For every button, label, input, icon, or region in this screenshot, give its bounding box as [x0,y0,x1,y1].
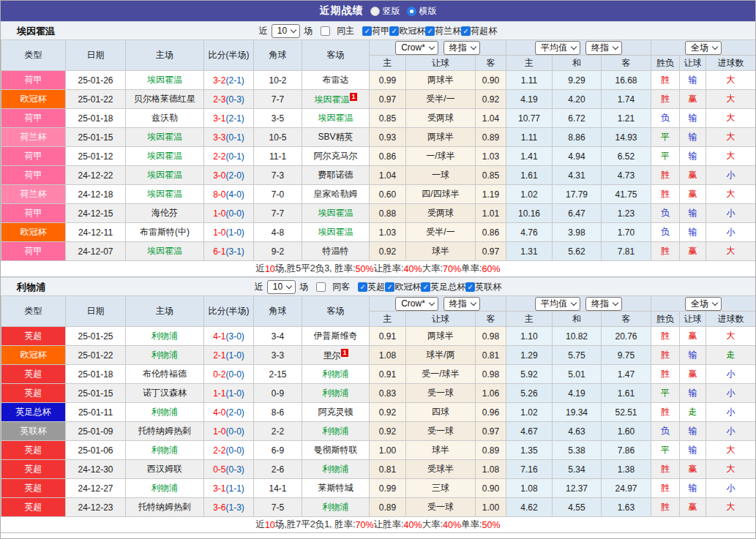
league-filter-checkbox[interactable]: ✓ [389,26,399,36]
result-wl: 负 [651,204,680,223]
same-venue-checkbox[interactable] [321,26,330,36]
halftime-score: (0-0) [226,369,244,380]
away-team[interactable]: 埃因霍温 [318,113,353,123]
odds-away: 0.81 [476,346,506,365]
away-team[interactable]: 特温特 [323,246,349,256]
horizontal-radio[interactable] [407,7,416,16]
away-team[interactable]: 阿克灵顿 [318,407,353,417]
away-team[interactable]: 曼彻斯特联 [314,445,358,455]
home-team[interactable]: 海伦芬 [151,208,178,218]
league-filter-checkbox[interactable]: ✓ [461,26,471,36]
avg-source-value: 平均值 [541,298,567,310]
away-team[interactable]: 利物浦 [323,388,349,398]
odds-home: 0.92 [370,403,406,422]
home-team[interactable]: 西汉姆联 [147,464,182,474]
home-team[interactable]: 埃因霍温 [147,189,182,199]
avg-type-select[interactable]: 终指 [585,297,622,311]
match-score: 3-1(1-1) [204,479,254,498]
games-label: 场 [299,281,308,293]
home-team[interactable]: 埃因霍温 [147,246,182,256]
match-count-select[interactable]: 10 [267,280,296,294]
league-filter-label: 英足总杯 [430,281,465,293]
away-team[interactable]: 里尔 [323,350,340,361]
avg-source-select[interactable]: 平均值 [535,297,580,311]
home-team[interactable]: 托特纳姆热刺 [138,502,191,512]
league-filter-checkbox[interactable]: ✓ [385,282,394,292]
result-wl: 胜 [651,403,680,422]
away-team[interactable]: 利物浦 [323,369,349,379]
away-team[interactable]: 利物浦 [323,426,349,436]
summary: 近10场,胜5平2负3, 胜率:50% 让胜率:40% 大率:70% 单率:60… [1,261,755,277]
match-row: 英超25-01-18布伦特福德0-2(0-0)2-15利物浦0.91受一/球半0… [1,365,756,384]
col-odds-away: 客 [476,312,506,327]
chevron-down-icon [712,43,718,49]
home-team[interactable]: 诺丁汉森林 [143,388,187,398]
away-team-cell: 利物浦 [302,384,370,403]
avg-type-select[interactable]: 终指 [585,41,622,55]
away-team[interactable]: 埃因霍温 [318,227,353,237]
scope-select[interactable]: 全场 [685,297,722,311]
away-team[interactable]: 莱斯特城 [318,483,353,493]
match-row: 荷兰杯24-12-18埃因霍温8-0(4-0)7-0皇家哈勒姆0.60四/四球半… [1,185,756,204]
odds-company-select[interactable]: Crow* [395,41,438,55]
halftime-score: (1-3) [226,502,244,513]
home-team[interactable]: 埃因霍温 [147,170,182,180]
away-team[interactable]: 利物浦 [323,464,349,474]
odds-type-select[interactable]: 终指 [444,297,480,311]
odds-type-select[interactable]: 终指 [444,41,480,55]
league-filter-checkbox[interactable]: ✓ [465,282,475,292]
away-team[interactable]: 费耶诺德 [318,170,353,180]
results-table: 类型 日期 主场 比分(半场) 角球 客场 Crow* 终指 [1,295,756,517]
home-team[interactable]: 利物浦 [151,483,178,493]
home-team[interactable]: 利物浦 [151,445,178,455]
same-venue-checkbox[interactable] [316,282,326,292]
col-result-wl: 胜负 [651,56,680,71]
home-team[interactable]: 埃因霍温 [147,132,182,142]
match-count-select[interactable]: 10 [272,24,300,38]
result-wl: 胜 [651,71,680,90]
home-team[interactable]: 利物浦 [151,407,178,417]
odds-company-select[interactable]: Crow* [395,297,438,311]
odds-away: 1.03 [476,147,506,166]
away-team[interactable]: 阿尔克马尔 [314,151,358,161]
away-team[interactable]: SBV精英 [318,132,353,142]
match-date: 25-01-15 [66,384,126,403]
away-team[interactable]: 伊普斯维奇 [314,331,358,341]
home-team[interactable]: 兹沃勒 [151,113,178,123]
home-team[interactable]: 托特纳姆热刺 [138,426,191,436]
odds-company-value: Crow* [401,298,425,309]
avg-home: 1.10 [506,327,553,346]
halftime-score: (2-0) [226,170,244,181]
result-wl: 胜 [651,327,680,346]
result-goals: 大 [706,128,756,147]
league-filter-checkbox[interactable]: ✓ [362,26,372,36]
home-team[interactable]: 埃因霍温 [147,75,182,85]
away-team[interactable]: 皇家哈勒姆 [314,189,358,199]
league-filter-checkbox[interactable]: ✓ [358,282,367,292]
away-team[interactable]: 埃因霍温 [314,94,349,105]
avg-draw: 4.55 [553,498,602,517]
home-team[interactable]: 布伦特福德 [143,369,187,379]
league-filter-checkbox[interactable]: ✓ [421,282,430,292]
away-team-cell: 利物浦 [302,460,370,479]
away-team[interactable]: 布雷达 [323,75,349,85]
home-team[interactable]: 贝尔格莱德红星 [134,94,195,104]
layout-radio-horizontal-group: 横版 [407,5,437,18]
home-team[interactable]: 布雷斯特(中) [140,227,190,237]
col-avg-home: 主 [506,312,553,327]
home-team[interactable]: 利物浦 [151,331,178,341]
home-team[interactable]: 利物浦 [151,350,178,360]
vertical-radio[interactable] [370,7,380,16]
col-odds-handicap: 让球 [406,312,476,327]
league-badge: 英超 [1,384,66,403]
home-team[interactable]: 埃因霍温 [147,151,182,161]
summary-segment: 单率: [461,263,482,275]
away-team[interactable]: 埃因霍温 [318,208,353,218]
result-goals: 小 [706,204,756,223]
league-filter-checkbox[interactable]: ✓ [425,26,435,36]
match-score: 3-2(2-1) [204,71,254,90]
scope-select[interactable]: 全场 [685,41,722,55]
chevron-down-icon [613,299,618,305]
avg-source-select[interactable]: 平均值 [535,41,580,55]
away-team[interactable]: 利物浦 [323,502,349,512]
